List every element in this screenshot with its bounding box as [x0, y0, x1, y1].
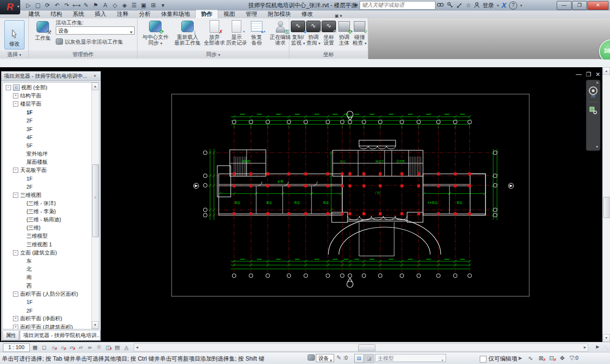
- tab-insert[interactable]: 插入: [89, 10, 112, 18]
- tree-item[interactable]: 5F: [3, 141, 92, 149]
- tree-item[interactable]: 4F: [3, 133, 92, 141]
- visual-style-icon[interactable]: ◻: [40, 343, 49, 351]
- select-pinned-icon[interactable]: ⊠✗: [536, 354, 546, 362]
- open-icon[interactable]: ▷: [24, 1, 33, 10]
- undo-icon[interactable]: ↶: [53, 1, 62, 10]
- modify-button[interactable]: 修改: [4, 20, 25, 49]
- temporary-hide-isolate-icon[interactable]: ∞: [86, 343, 94, 351]
- tree-item[interactable]: 屋面楼板: [3, 158, 92, 166]
- tree-collapse-icon[interactable]: −: [13, 291, 18, 297]
- sign-in-user-icon[interactable]: [474, 1, 480, 10]
- close-button[interactable]: ✕: [587, 1, 609, 10]
- minimize-button[interactable]: —: [557, 1, 572, 10]
- help-caret-icon[interactable]: ▾: [520, 1, 522, 10]
- subscription-key-icon[interactable]: [447, 1, 453, 10]
- drag-on-selection-icon[interactable]: ➤: [515, 354, 524, 362]
- tree-item[interactable]: 1F: [3, 298, 92, 306]
- tab-systems[interactable]: 系统: [67, 10, 89, 18]
- view-close-icon[interactable]: ✕: [596, 71, 600, 78]
- restore-backup-button[interactable]: ↩恢复备份: [248, 20, 265, 46]
- tree-collapse-icon[interactable]: −: [13, 250, 18, 255]
- tab-manage[interactable]: 管理: [240, 10, 262, 18]
- analytical-model-icon[interactable]: ◬: [122, 343, 131, 351]
- tab-massing-site[interactable]: 体量和场地: [156, 10, 195, 18]
- restore-button[interactable]: ❐: [572, 1, 587, 10]
- gray-inactive-worksets-toggle[interactable]: 以灰色显示非活动工作集: [56, 38, 123, 46]
- navbar-close-icon[interactable]: ✕: [596, 81, 599, 85]
- sync-with-central-icon[interactable]: ⟳: [43, 1, 52, 10]
- shadows-icon[interactable]: ☼✗: [58, 343, 67, 351]
- tree-item[interactable]: 南: [3, 273, 92, 281]
- select-underlay-icon[interactable]: ⊡✗: [547, 354, 556, 362]
- interference-check-button[interactable]: ✓碰撞检查 ▾: [352, 20, 367, 47]
- application-menu-button[interactable]: R▾: [0, 0, 20, 14]
- tree-item[interactable]: 北: [3, 265, 92, 273]
- tab-architecture[interactable]: 建筑: [23, 10, 45, 18]
- select-panel-label[interactable]: 选择 ▾: [0, 50, 28, 59]
- qat-customize-icon[interactable]: ▾: [159, 1, 167, 10]
- measure-icon[interactable]: ✎: [82, 1, 90, 10]
- ribbon-state-toggle-icon[interactable]: ▣ ▾: [333, 13, 344, 18]
- favorites-star-icon[interactable]: ☆: [466, 1, 471, 10]
- design-option-select[interactable]: 主模型▼: [375, 354, 446, 362]
- copy-monitor-button[interactable]: ∿●复制/监视 ▾: [290, 20, 306, 47]
- coordination-host-button[interactable]: ⟳协调主体: [336, 20, 352, 46]
- scroll-left-icon[interactable]: ◄: [135, 345, 139, 350]
- thin-lines-icon[interactable]: ☰: [130, 1, 138, 10]
- search-expand-icon[interactable]: ▶: [355, 2, 358, 7]
- tree-item[interactable]: {三维 - 杨雨迪}: [3, 216, 92, 224]
- sign-in-label[interactable]: 登录: [483, 1, 494, 10]
- resize-grip[interactable]: ⋱: [604, 345, 608, 350]
- default-3d-view-icon[interactable]: ◇: [111, 1, 119, 10]
- tree-collapse-icon[interactable]: −: [13, 168, 18, 173]
- view-scale-button[interactable]: 1 : 100: [3, 343, 30, 352]
- tree-item[interactable]: 1F: [3, 109, 92, 117]
- tree-item[interactable]: {三维 - 张洋}: [3, 199, 92, 207]
- tree-item[interactable]: +面积平面 (总建筑面积): [3, 323, 92, 329]
- coordination-settings-button[interactable]: ∿⚙坐标设置: [321, 20, 336, 46]
- tree-item[interactable]: −立面 (建筑立面): [3, 249, 92, 257]
- design-options-dialog-button[interactable]: ▤: [354, 354, 364, 363]
- vertical-scrollbar[interactable]: ▲ ▼: [602, 67, 610, 342]
- tree-expand-icon[interactable]: +: [13, 316, 18, 321]
- tab-modify[interactable]: 修改: [296, 10, 318, 18]
- worksharing-display-icon[interactable]: ◫✗: [104, 343, 112, 351]
- section-icon[interactable]: ◈: [120, 1, 129, 10]
- editing-requests-icon[interactable]: ✎: [336, 354, 341, 361]
- close-inactive-windows-icon[interactable]: ▣: [139, 1, 148, 10]
- tab-addins[interactable]: 附加模块: [262, 10, 296, 18]
- redo-icon[interactable]: ↷: [62, 1, 71, 10]
- tree-collapse-icon[interactable]: −: [13, 193, 18, 198]
- tree-item[interactable]: 1F: [3, 174, 92, 182]
- tree-item[interactable]: 三维视图 1: [3, 241, 92, 249]
- search-input[interactable]: [360, 1, 435, 8]
- synchronize-panel-label[interactable]: 同步 ▾: [137, 50, 289, 59]
- text-icon[interactable]: A: [101, 1, 110, 10]
- navbar-caret-icon[interactable]: ▾: [596, 145, 598, 149]
- worksets-button[interactable]: ⚒ 工作集: [32, 20, 54, 50]
- tree-item[interactable]: 2F: [3, 182, 92, 191]
- tree-collapse-icon[interactable]: −: [6, 85, 11, 90]
- tree-item[interactable]: +结构平面: [3, 92, 92, 100]
- tab-analyze[interactable]: 分析: [134, 10, 156, 18]
- tree-expand-icon[interactable]: +: [13, 325, 18, 329]
- tree-item[interactable]: −天花板平面: [3, 166, 92, 174]
- sign-in-caret-icon[interactable]: ▾: [497, 1, 499, 10]
- project-browser-title[interactable]: 项目浏览器 - 技师学院机电培训中... ×: [1, 72, 100, 81]
- relinquish-all-button[interactable]: ✗放弃全部请求: [204, 20, 225, 46]
- reveal-hidden-icon[interactable]: ☉: [95, 343, 103, 351]
- coordination-review-button[interactable]: ∿≡协调查阅 ▾: [306, 20, 321, 47]
- view-minimize-icon[interactable]: —: [576, 71, 582, 78]
- tree-collapse-icon[interactable]: −: [13, 101, 18, 107]
- vertical-scroll-thumb[interactable]: [603, 197, 610, 218]
- horizontal-scrollbar[interactable]: ◄ ►: [134, 343, 588, 352]
- workset-status-select[interactable]: 设备▼: [316, 354, 334, 362]
- tab-project-browser[interactable]: 项目浏览器 - 技师学院机电培训...: [20, 330, 100, 340]
- aligned-dimension-icon[interactable]: ⟷: [72, 1, 81, 10]
- pan-arrow-icon[interactable]: ▶: [596, 344, 599, 349]
- tree-item[interactable]: 三维模型: [3, 232, 92, 240]
- tree-item[interactable]: −面积平面 (人防分区面积): [3, 290, 92, 298]
- tag-icon[interactable]: ⚑: [91, 1, 100, 10]
- temporary-view-properties-icon[interactable]: ▤: [113, 343, 122, 351]
- tree-item[interactable]: {三维}: [3, 224, 92, 232]
